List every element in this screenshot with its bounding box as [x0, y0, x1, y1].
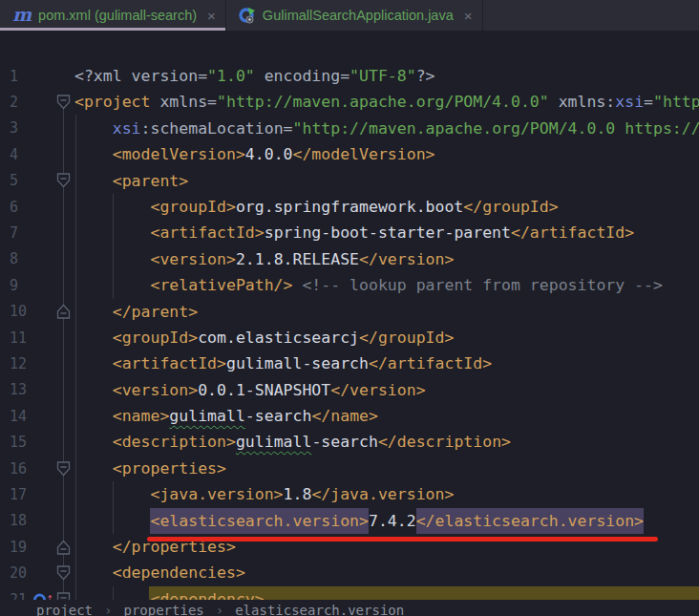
code-line[interactable]: <name>gulimall-search</name>	[0, 403, 699, 429]
breadcrumb-item-elasticsearch-version[interactable]: elasticsearch.version	[235, 603, 404, 616]
code-line[interactable]: <artifactId>gulimall-search</artifactId>	[0, 350, 699, 376]
tab-gulimall-search-application[interactable]: GulimallSearchApplication.java ×	[226, 0, 483, 31]
code-line[interactable]: <groupId>com.elasticsearcj</groupId>	[0, 325, 699, 350]
code-rows: <?xml version="1.0" encoding="UTF-8"?><p…	[0, 63, 699, 616]
red-underline-annotation	[147, 537, 658, 542]
code-line[interactable]: <version>0.0.1-SNAPSHOT</version>	[0, 377, 699, 403]
code-line[interactable]: xsi:schemaLocation="http://maven.apache.…	[0, 116, 699, 141]
spring-boot-run-icon	[239, 7, 256, 24]
code-line[interactable]: <version>2.1.8.RELEASE</version>	[0, 246, 699, 272]
ide-window: m pom.xml (gulimall-search) × GulimallSe…	[0, 0, 699, 616]
code-line[interactable]: <dependencies>	[0, 560, 699, 585]
tab-label: pom.xml (gulimall-search)	[38, 8, 197, 23]
code-line[interactable]: <parent>	[0, 168, 699, 194]
editor-tab-bar: m pom.xml (gulimall-search) × GulimallSe…	[0, 0, 699, 31]
tab-pom-xml[interactable]: m pom.xml (gulimall-search) ×	[0, 0, 226, 31]
code-line[interactable]: <artifactId>spring-boot-starter-parent</…	[0, 220, 699, 245]
code-line[interactable]: <project xmlns="http://maven.apache.org/…	[0, 89, 699, 115]
close-icon[interactable]: ×	[207, 9, 216, 23]
code-line[interactable]: <elasticsearch.version>7.4.2</elasticsea…	[0, 508, 699, 534]
code-line[interactable]: <groupId>org.springframework.boot</group…	[0, 194, 699, 220]
breadcrumb-item-project[interactable]: project	[36, 603, 93, 616]
breadcrumb-item-properties[interactable]: properties	[123, 603, 203, 616]
code-line[interactable]: <java.version>1.8</java.version>	[0, 481, 699, 507]
code-line[interactable]: <?xml version="1.0" encoding="UTF-8"?>	[0, 63, 699, 89]
code-line[interactable]: <relativePath/> <!-- lookup parent from …	[0, 272, 699, 298]
code-line[interactable]: </parent>	[0, 299, 699, 325]
code-line[interactable]: <properties>	[0, 456, 699, 481]
chevron-right-icon: ›	[104, 603, 112, 616]
maven-icon: m	[12, 6, 32, 24]
close-icon[interactable]: ×	[464, 9, 473, 23]
code-line[interactable]: <description>gulimall-search</descriptio…	[0, 429, 699, 455]
chevron-right-icon: ›	[216, 603, 223, 616]
code-line[interactable]: <modelVersion>4.0.0</modelVersion>	[0, 141, 699, 167]
breadcrumb: project › properties › elasticsearch.ver…	[0, 600, 699, 616]
tab-label: GulimallSearchApplication.java	[263, 8, 454, 23]
code-editor[interactable]: 123456789101112131415161718192021↑22 <?x…	[0, 31, 699, 616]
